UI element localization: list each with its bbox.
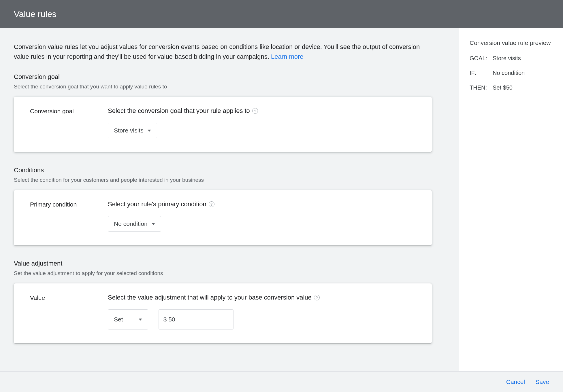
chevron-down-icon [148, 130, 151, 132]
section-title-goal: Conversion goal [14, 73, 445, 81]
primary-condition-select[interactable]: No condition [108, 216, 161, 232]
page-title: Value rules [14, 9, 57, 19]
section-subtitle-goal: Select the conversion goal that you want… [14, 84, 445, 90]
currency-prefix: $ [163, 316, 167, 323]
preview-goal-label: GOAL: [470, 55, 493, 62]
card-heading-goal-text: Select the conversion goal that your rul… [108, 107, 250, 115]
main-column: Conversion value rules let you adjust va… [0, 28, 459, 371]
preview-then-label: THEN: [470, 84, 493, 91]
cancel-button[interactable]: Cancel [506, 378, 525, 385]
value-amount-field-wrapper: $ [159, 309, 234, 329]
card-heading-goal: Select the conversion goal that your rul… [108, 107, 416, 115]
preview-if-label: IF: [470, 70, 493, 76]
card-heading-value: Select the value adjustment that will ap… [108, 294, 416, 301]
conversion-goal-select[interactable]: Store visits [108, 123, 157, 138]
conversion-goal-select-value: Store visits [114, 127, 144, 134]
help-icon[interactable]: ? [252, 108, 258, 114]
chevron-down-icon [152, 223, 155, 225]
value-amount-input[interactable] [168, 316, 229, 323]
card-conversion-goal: Conversion goal Select the conversion go… [14, 97, 432, 152]
help-icon[interactable]: ? [209, 201, 214, 207]
card-conditions: Primary condition Select your rule's pri… [14, 190, 432, 245]
card-value-adjustment: Value Select the value adjustment that w… [14, 283, 432, 343]
card-label-value: Value [30, 294, 91, 329]
footer-bar: Cancel Save [0, 371, 563, 392]
intro-text: Conversion value rules let you adjust va… [14, 42, 423, 62]
learn-more-link[interactable]: Learn more [271, 53, 304, 60]
preview-title: Conversion value rule preview [470, 39, 553, 47]
section-title-conditions: Conditions [14, 166, 445, 174]
value-operation-select[interactable]: Set [108, 309, 148, 329]
primary-condition-select-value: No condition [114, 220, 148, 227]
card-label-goal: Conversion goal [30, 107, 91, 138]
preview-panel: Conversion value rule preview GOAL: Stor… [459, 28, 563, 371]
section-subtitle-conditions: Select the condition for your customers … [14, 177, 445, 183]
chevron-down-icon [139, 319, 142, 321]
card-heading-condition-text: Select your rule's primary condition [108, 200, 206, 208]
value-operation-select-value: Set [114, 316, 123, 323]
preview-goal-value: Store visits [493, 55, 521, 62]
section-subtitle-value: Set the value adjustment to apply for yo… [14, 270, 445, 277]
content-wrapper: Conversion value rules let you adjust va… [0, 28, 563, 371]
preview-then-value: Set $50 [493, 84, 513, 91]
section-title-value: Value adjustment [14, 260, 445, 267]
help-icon[interactable]: ? [314, 295, 320, 300]
intro-body: Conversion value rules let you adjust va… [14, 43, 420, 60]
preview-if-value: No condition [493, 70, 525, 76]
card-heading-condition: Select your rule's primary condition ? [108, 200, 416, 208]
save-button[interactable]: Save [535, 378, 549, 385]
card-heading-value-text: Select the value adjustment that will ap… [108, 294, 312, 301]
card-label-condition: Primary condition [30, 200, 91, 232]
page-header: Value rules [0, 0, 563, 28]
